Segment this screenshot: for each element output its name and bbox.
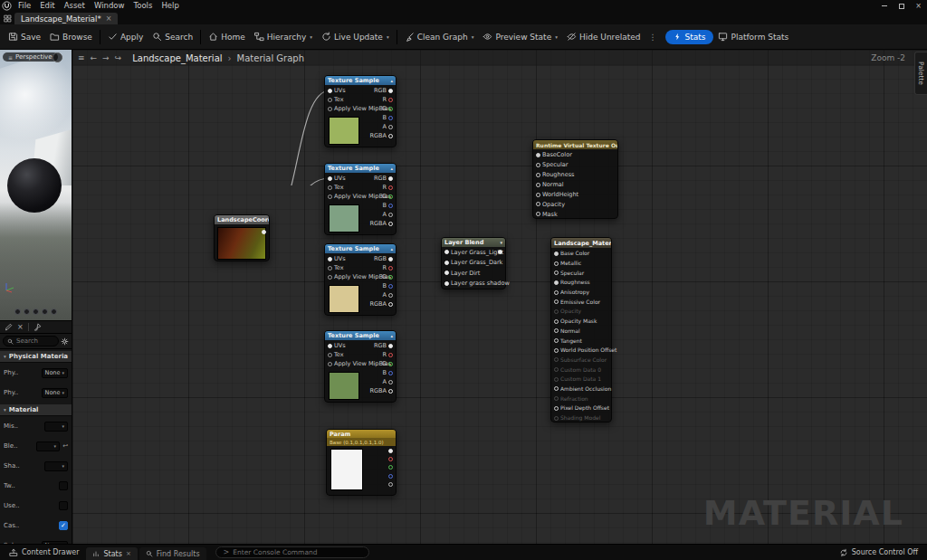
search-button[interactable]: Search <box>148 29 197 44</box>
graph-menu-icon[interactable]: ≡ <box>78 53 85 62</box>
node-result[interactable]: Landscape_MaterialBase ColorMetallicSpec… <box>550 237 612 422</box>
pin-custom1[interactable] <box>554 377 559 382</box>
pin-grass_shadow[interactable] <box>444 281 449 286</box>
menu-file[interactable]: File <box>14 0 35 12</box>
pin-b[interactable] <box>388 116 393 120</box>
node-rvt[interactable]: Runtime Virtual Texture Output▾BaseColor… <box>532 139 618 219</box>
node-blend[interactable]: Layer Blend▾Layer Grass_LightLayer Grass… <box>441 237 506 289</box>
stats-button[interactable]: Stats <box>665 30 713 44</box>
pin-rgba[interactable] <box>388 134 393 138</box>
pin-b[interactable] <box>388 284 393 289</box>
pin-mip[interactable] <box>328 275 332 280</box>
tab-landscape-material[interactable]: Landscape_Material* × <box>14 13 118 24</box>
overflow-dots-icon[interactable]: ⋮ <box>645 33 660 42</box>
clear-icon[interactable]: × <box>17 323 24 331</box>
pin-r[interactable] <box>388 185 393 190</box>
hierarchy-button[interactable]: Hierarchy ▾ <box>250 29 317 44</box>
pin-worldheight[interactable] <box>536 193 540 197</box>
pin-opacity[interactable] <box>536 202 540 206</box>
section-header[interactable]: ▾Material <box>0 404 72 416</box>
pin-dirt[interactable] <box>444 271 449 275</box>
save-button[interactable]: Save <box>4 29 45 44</box>
viewport-toolbar-button[interactable] <box>51 308 57 315</box>
node-ts4[interactable]: Texture Sample▴UVsTexApply View MipBiasR… <box>324 330 397 403</box>
pin-out[interactable] <box>262 230 266 234</box>
minimize-button[interactable] <box>875 0 893 12</box>
pin-emissive[interactable] <box>554 299 559 304</box>
content-drawer-button[interactable]: Content Drawer <box>4 545 84 560</box>
platform-stats-button[interactable]: Platform Stats <box>713 29 793 44</box>
viewport-toolbar-button[interactable] <box>33 308 39 315</box>
chevron-up-icon[interactable]: ▴ <box>390 246 393 252</box>
palette-tab[interactable]: Palette <box>914 52 927 95</box>
property-dropdown[interactable]: None▾ <box>42 388 68 398</box>
pin-specular[interactable] <box>536 163 540 167</box>
pin-a[interactable] <box>388 380 393 384</box>
property-checkbox[interactable] <box>59 501 68 510</box>
pin-r[interactable] <box>388 266 393 271</box>
menu-asset[interactable]: Asset <box>60 0 90 12</box>
gear-icon[interactable] <box>61 337 69 346</box>
property-dropdown[interactable]: None▾ <box>42 368 68 378</box>
pin-custom0[interactable] <box>554 367 559 372</box>
pin-tex[interactable] <box>328 266 332 271</box>
pin-uvs[interactable] <box>328 176 332 181</box>
property-dropdown[interactable]: ▾ <box>44 422 68 432</box>
details-search-input[interactable]: Search <box>3 336 59 346</box>
menu-tools[interactable]: Tools <box>129 0 157 12</box>
pin-rgba[interactable] <box>388 389 393 394</box>
tab-close-icon[interactable]: × <box>106 14 112 23</box>
viewport-settings-button[interactable] <box>53 52 62 62</box>
property-dropdown[interactable]: ▾ <box>36 441 60 451</box>
menu-edit[interactable]: Edit <box>35 0 59 12</box>
hide-unrelated-button[interactable]: Hide Unrelated <box>562 29 645 44</box>
menu-help[interactable]: Help <box>157 0 183 12</box>
pencil-icon[interactable] <box>5 323 13 331</box>
maximize-button[interactable] <box>893 0 910 12</box>
home-button[interactable]: Home <box>204 29 250 44</box>
source-control-button[interactable]: Source Control Off <box>834 548 923 557</box>
pin-r[interactable] <box>388 457 393 461</box>
pin-b[interactable] <box>388 204 393 208</box>
chevron-up-icon[interactable]: ▴ <box>390 333 393 338</box>
node-ts2[interactable]: Texture Sample▴UVsTexApply View MipBiasR… <box>324 163 397 235</box>
node-header[interactable]: Landscape_Material <box>551 238 611 248</box>
node-coords[interactable]: LandscapeCoords▴ <box>214 214 270 261</box>
node-header[interactable]: Param <box>327 430 396 438</box>
pin-anisotropy[interactable] <box>554 290 559 295</box>
pin-g[interactable] <box>388 275 393 280</box>
node-header[interactable]: Layer Blend▾ <box>442 238 505 247</box>
pin-a[interactable] <box>388 213 393 217</box>
pin-rgb[interactable] <box>388 257 393 261</box>
live-update-button[interactable]: Live Update ▾ <box>317 29 394 44</box>
brush-icon[interactable] <box>33 323 42 331</box>
pin-rgb[interactable] <box>388 344 393 348</box>
chevron-down-icon[interactable]: ▾ <box>500 240 502 245</box>
pin-mip[interactable] <box>328 107 332 111</box>
reset-icon[interactable]: ↩ <box>62 442 68 450</box>
unreal-logo-icon[interactable] <box>0 0 14 12</box>
stats-tab-close-icon[interactable]: × <box>126 550 131 557</box>
node-ts1[interactable]: Texture Sample▴UVsTexApply View MipBiasR… <box>324 75 397 147</box>
node-header[interactable]: LandscapeCoords▴ <box>215 215 269 224</box>
pin-roughness[interactable] <box>536 173 540 177</box>
pin-r[interactable] <box>388 98 393 102</box>
pin-mip[interactable] <box>328 195 332 199</box>
pin-basecolor[interactable] <box>536 153 540 157</box>
viewport-toolbar-button[interactable] <box>24 308 30 315</box>
node-header[interactable]: Texture Sample▴ <box>325 244 396 253</box>
pin-normal[interactable] <box>554 328 559 333</box>
preview-viewport[interactable]: ≡ Perspective <box>0 50 72 321</box>
pin-grass_dark[interactable] <box>444 261 449 265</box>
node-header[interactable]: Texture Sample▴ <box>325 331 396 340</box>
node-header[interactable]: Texture Sample▴ <box>325 76 396 85</box>
pin-roughness[interactable] <box>554 280 559 285</box>
pin-wpo[interactable] <box>554 348 559 353</box>
pin-a[interactable] <box>388 293 393 298</box>
nav-back-icon[interactable]: ← <box>91 53 98 62</box>
pin-opacity[interactable] <box>554 309 559 314</box>
pin-a[interactable] <box>388 125 393 129</box>
apply-button[interactable]: Apply <box>103 29 148 44</box>
pin-refraction[interactable] <box>554 396 559 401</box>
pin-tangent[interactable] <box>554 338 559 343</box>
